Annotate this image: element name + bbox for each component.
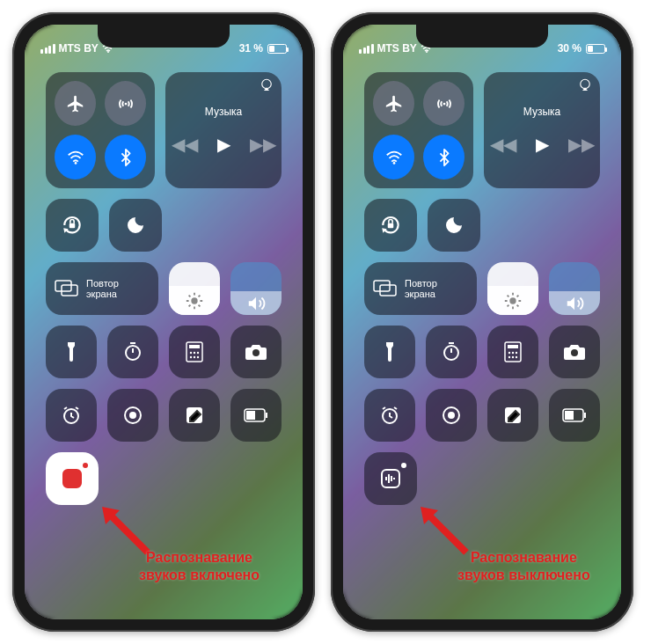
do-not-disturb-icon xyxy=(443,215,464,236)
wifi-toggle[interactable] xyxy=(373,135,414,179)
camera-button[interactable] xyxy=(230,326,282,378)
sound-recognition-toggle[interactable] xyxy=(46,452,99,505)
orientation-lock-toggle[interactable] xyxy=(364,199,417,252)
brightness-slider[interactable] xyxy=(169,262,220,315)
connectivity-group[interactable] xyxy=(46,72,155,188)
flashlight-icon xyxy=(62,340,81,363)
screen-mirroring-button[interactable]: Повтор экрана xyxy=(46,262,158,315)
calculator-button[interactable] xyxy=(169,326,220,378)
svg-rect-60 xyxy=(508,345,518,348)
camera-icon xyxy=(563,343,586,361)
volume-slider[interactable] xyxy=(230,262,282,315)
alarm-button[interactable] xyxy=(364,389,415,442)
battery-percent: 30 % xyxy=(558,42,582,55)
screen-record-button[interactable] xyxy=(426,389,477,442)
connectivity-group[interactable] xyxy=(364,72,473,188)
notch xyxy=(416,25,548,48)
timer-button[interactable] xyxy=(426,326,477,378)
music-widget[interactable]: Музыка ◀◀ ▶ ▶▶ xyxy=(165,72,282,188)
svg-point-2 xyxy=(74,162,77,165)
do-not-disturb-toggle[interactable] xyxy=(109,199,162,252)
svg-rect-46 xyxy=(380,285,396,296)
brightness-icon xyxy=(185,291,204,311)
svg-point-21 xyxy=(190,352,192,354)
control-center: Музыка ◀◀ ▶ ▶▶ Повтор экрана xyxy=(343,62,621,505)
cellular-data-icon xyxy=(116,94,135,113)
quick-note-icon xyxy=(503,406,523,425)
carrier-label: MTS BY xyxy=(377,42,417,55)
svg-point-23 xyxy=(197,352,199,354)
volume-icon xyxy=(246,294,266,313)
svg-point-27 xyxy=(252,349,260,356)
sound-recognition-icon xyxy=(61,467,84,490)
svg-point-25 xyxy=(194,356,195,358)
cellular-data-toggle[interactable] xyxy=(423,81,464,126)
orientation-lock-toggle[interactable] xyxy=(46,199,99,252)
svg-point-64 xyxy=(508,356,510,358)
do-not-disturb-toggle[interactable] xyxy=(428,199,480,252)
airplay-icon[interactable] xyxy=(577,77,593,93)
svg-line-55 xyxy=(517,295,519,296)
airplane-mode-toggle[interactable] xyxy=(55,81,96,126)
alarm-icon xyxy=(379,405,400,426)
cellular-data-toggle[interactable] xyxy=(105,81,146,126)
flashlight-button[interactable] xyxy=(364,326,415,378)
do-not-disturb-icon xyxy=(125,215,146,236)
calculator-button[interactable] xyxy=(487,326,538,378)
quick-note-button[interactable] xyxy=(169,389,220,442)
next-track-icon[interactable]: ▶▶ xyxy=(568,134,595,155)
annotation-caption: Распознавание звуков включено xyxy=(139,549,260,584)
play-icon[interactable]: ▶ xyxy=(536,134,549,155)
airplane-mode-toggle[interactable] xyxy=(373,81,414,126)
flashlight-button[interactable] xyxy=(46,326,97,378)
airplane-icon xyxy=(66,94,85,113)
airplane-icon xyxy=(384,94,404,113)
screen-mirror-icon xyxy=(373,280,398,297)
quick-note-button[interactable] xyxy=(487,389,538,442)
svg-point-40 xyxy=(426,51,428,53)
next-track-icon[interactable]: ▶▶ xyxy=(250,134,276,155)
volume-slider[interactable] xyxy=(549,262,600,315)
music-widget[interactable]: Музыка ◀◀ ▶ ▶▶ xyxy=(484,72,600,188)
play-icon[interactable]: ▶ xyxy=(217,134,230,155)
signal-icon xyxy=(359,44,374,54)
svg-line-14 xyxy=(189,304,191,306)
low-power-button[interactable] xyxy=(549,389,600,442)
bluetooth-icon xyxy=(116,148,135,167)
svg-rect-34 xyxy=(246,411,255,420)
airplay-icon[interactable] xyxy=(259,77,274,93)
svg-point-30 xyxy=(129,412,136,419)
svg-rect-45 xyxy=(374,281,390,291)
screen: MTS BY 31 % М xyxy=(25,25,303,619)
svg-point-63 xyxy=(516,352,517,354)
svg-rect-4 xyxy=(69,223,76,228)
svg-rect-73 xyxy=(584,413,586,418)
svg-point-65 xyxy=(512,356,514,358)
control-center: Музыка ◀◀ ▶ ▶▶ Повтор экрана xyxy=(25,62,303,505)
timer-icon xyxy=(441,341,462,362)
sound-recognition-toggle[interactable] xyxy=(364,452,417,505)
svg-point-66 xyxy=(516,356,517,358)
low-power-button[interactable] xyxy=(230,389,282,442)
wifi-toggle[interactable] xyxy=(55,135,96,179)
screen-mirroring-button[interactable]: Повтор экрана xyxy=(364,262,477,315)
svg-point-61 xyxy=(508,352,510,354)
svg-point-7 xyxy=(191,297,197,304)
svg-line-52 xyxy=(508,295,509,296)
svg-point-42 xyxy=(392,162,395,165)
timer-button[interactable] xyxy=(107,326,158,378)
music-title: Музыка xyxy=(523,106,560,118)
svg-line-13 xyxy=(199,304,201,306)
sound-recognition-icon xyxy=(379,467,402,490)
alarm-button[interactable] xyxy=(46,389,97,442)
svg-rect-44 xyxy=(388,223,394,228)
svg-point-0 xyxy=(107,51,109,53)
brightness-slider[interactable] xyxy=(487,262,538,315)
previous-track-icon[interactable]: ◀◀ xyxy=(172,134,198,155)
screen-record-button[interactable] xyxy=(107,389,158,442)
screen-mirror-label: Повтор экрана xyxy=(405,278,437,299)
bluetooth-toggle[interactable] xyxy=(105,135,146,179)
bluetooth-toggle[interactable] xyxy=(423,135,464,179)
previous-track-icon[interactable]: ◀◀ xyxy=(490,134,516,155)
camera-button[interactable] xyxy=(549,326,600,378)
